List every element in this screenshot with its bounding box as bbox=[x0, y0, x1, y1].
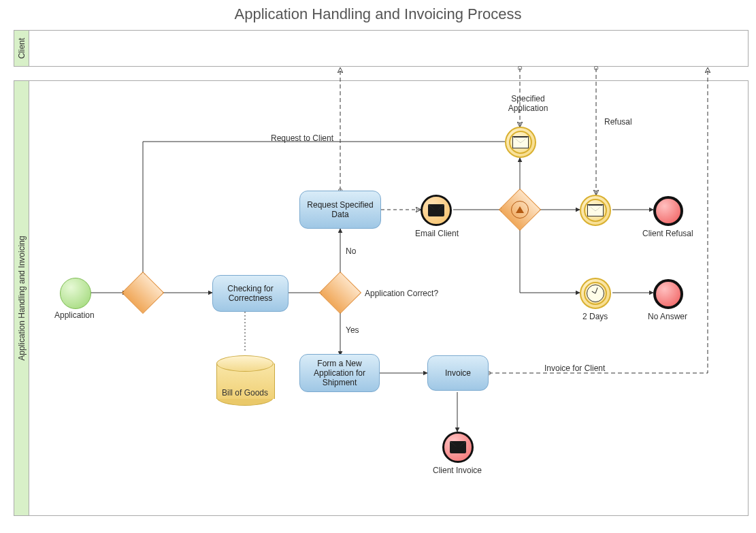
task-request-data: Request Specified Data bbox=[299, 191, 381, 229]
edge-label-specified-app: Specified Application bbox=[501, 94, 555, 113]
edge-label-yes: Yes bbox=[346, 325, 359, 335]
datastore-label-bill-of-goods: Bill of Goods bbox=[222, 388, 268, 398]
datastore-bill-of-goods bbox=[216, 355, 274, 406]
lane-title-main: Application Handling and Invoicing bbox=[17, 236, 27, 360]
end-label-no-answer: No Answer bbox=[648, 312, 687, 321]
pool-main: Application Handling and Invoicing bbox=[14, 80, 749, 516]
end-event-client-invoice bbox=[442, 432, 474, 463]
event-timer-2days bbox=[580, 278, 611, 309]
lane-header-main: Application Handling and Invoicing bbox=[14, 81, 29, 515]
event-label-2days: 2 Days bbox=[582, 312, 608, 321]
task-form-shipment: Form a New Application for Shipment bbox=[299, 354, 380, 392]
envelope-light-icon bbox=[587, 204, 604, 216]
task-checking-correctness: Checking for Correctness bbox=[212, 275, 289, 312]
envelope-light-icon bbox=[512, 136, 529, 148]
event-label-email-client: Email Client bbox=[415, 229, 459, 238]
lane-title-client: Client bbox=[17, 38, 27, 59]
start-label: Application bbox=[54, 310, 95, 320]
envelope-dark-icon bbox=[428, 204, 444, 216]
event-email-client bbox=[421, 195, 452, 226]
edge-label-invoice-for-client: Invoice for Client bbox=[544, 364, 605, 373]
event-refusal bbox=[580, 195, 611, 226]
end-event-client-refusal bbox=[653, 196, 683, 226]
edge-label-refusal: Refusal bbox=[604, 117, 632, 127]
edge-label-request-to-client: Request to Client bbox=[271, 133, 333, 143]
envelope-dark-icon bbox=[450, 441, 466, 453]
task-invoice: Invoice bbox=[427, 355, 489, 391]
lane-header-client: Client bbox=[14, 31, 29, 66]
diagram-title: Application Handling and Invoicing Proce… bbox=[0, 5, 756, 23]
event-specified-application bbox=[505, 127, 536, 158]
end-label-client-invoice: Client Invoice bbox=[433, 466, 482, 475]
edge-label-no: No bbox=[346, 246, 356, 256]
clock-icon bbox=[587, 285, 604, 302]
gateway-label-app-correct: Application Correct? bbox=[365, 289, 438, 298]
start-event-application bbox=[60, 278, 91, 309]
end-event-no-answer bbox=[653, 279, 683, 309]
pool-client: Client bbox=[14, 30, 749, 67]
end-label-client-refusal: Client Refusal bbox=[642, 229, 693, 238]
